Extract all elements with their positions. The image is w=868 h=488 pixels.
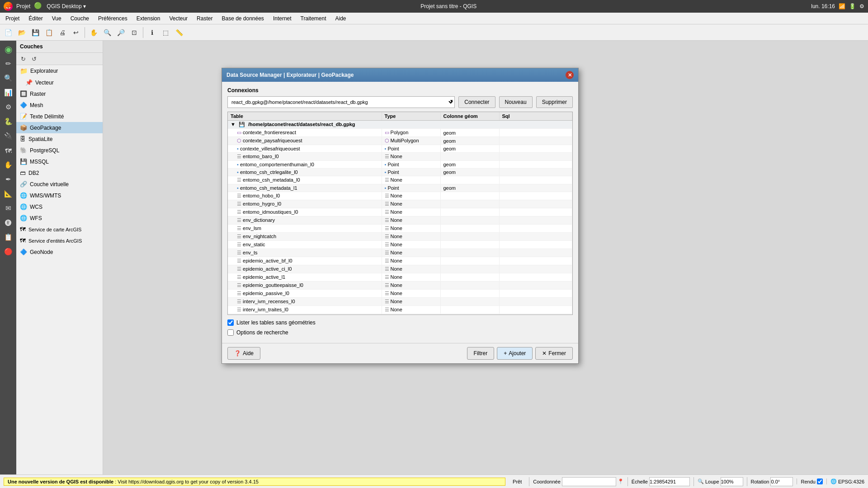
- print-btn[interactable]: 🖨: [56, 26, 69, 39]
- menu-editer[interactable]: Éditer: [25, 14, 46, 23]
- close-button[interactable]: ✕ Fermer: [535, 347, 573, 360]
- attribute-icon[interactable]: 📊: [1, 86, 15, 99]
- table-row[interactable]: ☰ entomo_baro_l0 ☰ None: [228, 153, 572, 161]
- sidebar-item-virtuelle[interactable]: 🔗 Couche virtuelle: [16, 178, 103, 190]
- layers-table-container[interactable]: Table Type Colonne géom Sql ▼: [227, 112, 573, 315]
- table-row[interactable]: ☰ entomo_idmoustiques_l0 ☰ None: [228, 208, 572, 216]
- menu-preferences[interactable]: Préférences: [94, 14, 131, 23]
- table-row[interactable]: • entomo_comportementhumain_l0 • Point g…: [228, 161, 572, 169]
- sidebar-item-db2[interactable]: 🗃 DB2: [16, 167, 103, 178]
- crs-field[interactable]: 🌐 EPSG:4326: [826, 479, 864, 484]
- mail-icon[interactable]: ✉: [1, 202, 15, 215]
- qgis-app-label[interactable]: QGIS Desktop ▾: [47, 3, 86, 9]
- zoom-full-btn[interactable]: ⊡: [128, 26, 141, 39]
- sidebar-item-wfs[interactable]: 🌐 WFS: [16, 212, 103, 224]
- magnifier-input[interactable]: [721, 477, 743, 486]
- sidebar-item-spatialite[interactable]: 🗄 SpatiaLite: [16, 133, 103, 145]
- table-row[interactable]: ⊞ lco_builtup_bf ⊞ Raster: [228, 314, 572, 315]
- zoom-out-btn[interactable]: 🔎: [114, 26, 127, 39]
- activities-label[interactable]: Projet: [16, 3, 30, 9]
- table-row[interactable]: ☰ epidemio_active_ci_l0 ☰ None: [228, 265, 572, 273]
- add-button[interactable]: + Ajouter: [497, 347, 533, 360]
- layer-add-icon[interactable]: ◉: [1, 42, 15, 56]
- table-row[interactable]: ☰ epidemio_active_bf_l0 ☰ None: [228, 257, 572, 265]
- table-row[interactable]: ⬡ contexte_paysafriqueouest ⬡ MultiPolyg…: [228, 137, 572, 145]
- layer-refresh2-btn[interactable]: ↺: [29, 54, 39, 64]
- select-btn[interactable]: ⬚: [159, 26, 172, 39]
- menu-couche[interactable]: Couche: [67, 14, 93, 23]
- layer-refresh-btn[interactable]: ↻: [18, 54, 28, 64]
- zotero-icon[interactable]: 🔴: [1, 245, 15, 258]
- menu-internet[interactable]: Internet: [269, 14, 295, 23]
- table-row[interactable]: ☰ entomo_hobo_l0 ☰ None: [228, 192, 572, 200]
- pan-map-icon[interactable]: ✋: [1, 158, 15, 172]
- table-row[interactable]: ☰ epidemio_goutteepaisse_l0 ☰ None: [228, 282, 572, 290]
- table-row[interactable]: ☰ entomo_hygro_l0 ☰ None: [228, 200, 572, 208]
- list-tables-checkbox[interactable]: [227, 319, 234, 326]
- sidebar-item-wms[interactable]: 🌐 WMS/WMTS: [16, 190, 103, 201]
- dialog-close-button[interactable]: ✕: [566, 71, 574, 79]
- table-row[interactable]: ☰ env_lsm ☰ None: [228, 225, 572, 233]
- help-button[interactable]: ❓ Aide: [227, 347, 260, 360]
- sidebar-item-arcgis-feature[interactable]: 🗺 Service d'entités ArcGIS: [16, 235, 103, 246]
- menu-projet[interactable]: Projet: [2, 14, 23, 23]
- menu-aide[interactable]: Aide: [331, 14, 349, 23]
- identify-btn[interactable]: ℹ: [146, 26, 158, 39]
- table-row[interactable]: • entomo_csh_metadata_l1 • Point geom: [228, 184, 572, 192]
- coordinate-input[interactable]: [562, 477, 616, 486]
- save-as-btn[interactable]: 📋: [42, 26, 55, 39]
- sidebar-item-postgresql[interactable]: 🐘 PostgreSQL: [16, 145, 103, 156]
- search-options-checkbox[interactable]: [227, 329, 234, 336]
- pan-btn[interactable]: ✋: [87, 26, 100, 39]
- task-icon[interactable]: 📋: [1, 230, 15, 244]
- render-checkbox[interactable]: [817, 479, 823, 484]
- settings-icon[interactable]: ⚙: [859, 3, 864, 9]
- table-row[interactable]: ☰ entomo_csh_metadata_l0 ☰ None: [228, 176, 572, 184]
- menu-traitement[interactable]: Traitement: [297, 14, 330, 23]
- new-project-btn[interactable]: 📄: [2, 26, 14, 39]
- app-icon[interactable]: 🅡: [1, 216, 15, 230]
- table-row-root[interactable]: ▼ 💾 /home/ptaconet/react/datasets/react_…: [228, 121, 572, 129]
- delete-button[interactable]: Supprimer: [536, 96, 573, 108]
- table-row[interactable]: • entomo_csh_ctrlegalite_l0 • Point geom: [228, 169, 572, 176]
- new-button[interactable]: Nouveau: [499, 96, 533, 108]
- zoom-layer-icon[interactable]: 🗺: [1, 144, 15, 157]
- search-map-icon[interactable]: 🔍: [1, 71, 15, 85]
- measure-btn[interactable]: 📏: [173, 26, 185, 39]
- table-row[interactable]: ☰ interv_ivm_traites_l0 ☰ None: [228, 306, 572, 314]
- table-row[interactable]: ☰ env_nightcatch ☰ None: [228, 233, 572, 241]
- tree-collapse-icon[interactable]: ▼: [231, 122, 236, 127]
- python-icon[interactable]: 🐍: [1, 115, 15, 128]
- table-row[interactable]: ☰ env_dictionary ☰ None: [228, 216, 572, 225]
- coordinate-icon[interactable]: 📍: [618, 479, 624, 484]
- sidebar-item-vecteur[interactable]: 📌 Vecteur: [16, 77, 103, 88]
- zoom-in-btn[interactable]: 🔍: [101, 26, 113, 39]
- menu-vue[interactable]: Vue: [48, 14, 65, 23]
- rotation-input[interactable]: [770, 477, 793, 486]
- processing-icon[interactable]: ⚙: [1, 100, 15, 114]
- table-row[interactable]: ☰ env_static ☰ None: [228, 241, 572, 249]
- scale-input[interactable]: [649, 477, 690, 486]
- sidebar-item-texte[interactable]: 📝 Texte Délimité: [16, 111, 103, 122]
- table-row[interactable]: ☰ epidemio_passive_l0 ☰ None: [228, 290, 572, 298]
- menu-vecteur[interactable]: Vecteur: [165, 14, 191, 23]
- edit-icon[interactable]: ✒: [1, 173, 15, 186]
- sidebar-item-geopackage[interactable]: 📦 GeoPackage: [16, 122, 103, 133]
- sidebar-item-arcgis-map[interactable]: 🗺 Service de carte ArcGIS: [16, 224, 103, 235]
- digitize-icon[interactable]: ✏: [1, 57, 15, 70]
- open-project-btn[interactable]: 📂: [15, 26, 28, 39]
- sidebar-item-geonode[interactable]: 🔷 GeoNode: [16, 246, 103, 258]
- sidebar-item-mssql[interactable]: 💾 MSSQL: [16, 156, 103, 167]
- connection-select[interactable]: react_db.gpkg@/home/ptaconet/react/datas…: [227, 96, 455, 108]
- plugin-icon[interactable]: 🔌: [1, 129, 15, 143]
- table-row[interactable]: ▭ contexte_frontieresreact ▭ Polygon geo…: [228, 129, 572, 137]
- sidebar-item-explorateur[interactable]: 📁 Explorateur: [16, 65, 103, 77]
- sidebar-item-wcs[interactable]: 🌐 WCS: [16, 201, 103, 212]
- connect-button[interactable]: Connecter: [458, 96, 495, 108]
- sidebar-item-mesh[interactable]: 🔷 Mesh: [16, 99, 103, 111]
- undo-btn[interactable]: ↩: [70, 26, 82, 39]
- filter-button[interactable]: Filtrer: [467, 347, 495, 360]
- menu-bdd[interactable]: Base de données: [218, 14, 267, 23]
- table-row[interactable]: • contexte_villesafriqueouest • Point ge…: [228, 145, 572, 153]
- sidebar-item-raster[interactable]: 🔲 Raster: [16, 88, 103, 99]
